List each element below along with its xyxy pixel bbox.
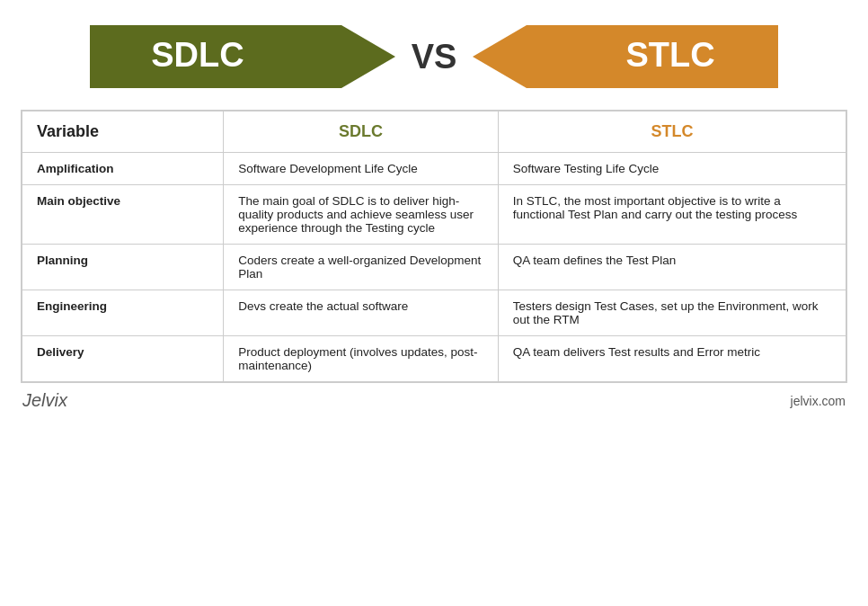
table-row: Main objectiveThe main goal of SDLC is t… [22,185,846,245]
cell-sdlc: Software Development Life Cycle [224,153,499,185]
cell-stlc: Software Testing Life Cycle [498,153,846,185]
stlc-arrow: STLC [473,16,778,97]
table-row: EngineeringDevs create the actual softwa… [22,290,846,336]
footer: Jelvix jelvix.com [21,383,847,411]
sdlc-arrow-label: SDLC [151,36,244,74]
col-stlc-header: STLC [498,111,846,153]
cell-variable: Main objective [22,185,224,245]
table-row: DeliveryProduct deployment (involves upd… [22,336,846,382]
cell-variable: Delivery [22,336,224,382]
cell-sdlc: Coders create a well-organized Developme… [224,245,499,290]
cell-sdlc: The main goal of SDLC is to deliver high… [224,185,499,245]
cell-stlc: QA team defines the Test Plan [498,245,846,290]
cell-variable: Amplification [22,153,224,185]
cell-sdlc: Product deployment (involves updates, po… [224,336,499,382]
website-url: jelvix.com [791,394,846,408]
table-row: AmplificationSoftware Development Life C… [22,153,846,185]
cell-variable: Engineering [22,290,224,336]
header-section: SDLC VS STLC [0,0,868,106]
cell-stlc: In STLC, the most important objective is… [498,185,846,245]
vs-label: VS [395,38,474,76]
table-header-row: Variable SDLC STLC [22,111,846,153]
cell-sdlc: Devs create the actual software [224,290,499,336]
table-row: PlanningCoders create a well-organized D… [22,245,846,290]
col-variable-header: Variable [22,111,224,153]
sdlc-arrow: SDLC [90,16,395,97]
cell-stlc: Testers design Test Cases, set up the En… [498,290,846,336]
col-sdlc-header: SDLC [224,111,499,153]
cell-variable: Planning [22,245,224,290]
cell-stlc: QA team delivers Test results and Error … [498,336,846,382]
comparison-table: Variable SDLC STLC AmplificationSoftware… [21,110,847,383]
stlc-arrow-label: STLC [626,36,715,74]
brand-name: Jelvix [22,390,67,411]
